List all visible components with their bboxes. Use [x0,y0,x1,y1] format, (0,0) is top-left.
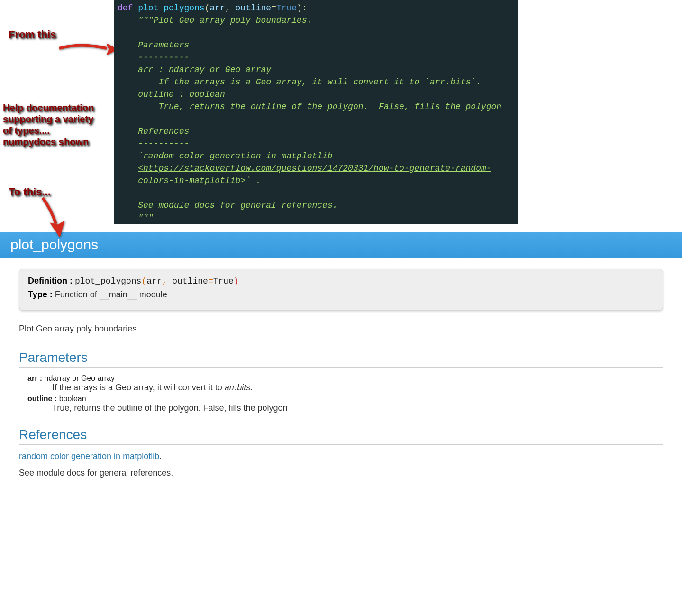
indent [118,127,138,136]
source-code-panel: From this Help documentation supporting … [0,0,682,232]
indent [118,90,138,99]
docstring-close: """ [138,213,153,222]
indent [118,102,138,111]
indent [118,53,138,62]
indent [118,164,138,173]
indent [118,201,138,210]
param-desc-arr-em: arr.bits [225,383,250,392]
doc-params-header: Parameters [138,40,189,50]
signature-params: arr, outline=True [146,276,234,286]
indent [118,151,138,161]
param-row-outline: outline : boolean [27,395,663,403]
doc-summary: Plot Geo array poly boundaries. [19,324,663,334]
doc-p2-desc: True, returns the outline of the polygon… [138,102,501,111]
param-type-arr: ndarray or Geo array [42,374,115,382]
reference-link[interactable]: random color generation in matplotlib. [19,451,663,461]
sig-close: ) [234,276,239,286]
equals: = [271,3,276,13]
param-desc-arr: If the arrays is a Geo array, it will co… [52,383,663,393]
param-name-outline: outline : [27,395,57,403]
indent [118,77,138,87]
indent [118,139,138,148]
section-parameters: Parameters [19,350,663,368]
indent [118,40,138,50]
comma: , [225,3,236,13]
doc-refs-url2: colors-in-matplotlib>`_. [138,176,261,185]
doc-title: plot_polygons [10,237,98,252]
sig-open: ( [141,276,146,286]
param-outline: outline [235,3,271,13]
doc-refs-header: References [138,127,189,136]
doc-p1-line: arr : ndarray or Geo array [138,65,271,74]
parameters-block: arr : ndarray or Geo array If the arrays… [27,374,663,413]
definition-label: Definition : [28,276,73,285]
bool-true: True [276,3,297,13]
param-desc-outline: True, returns the outline of the polygon… [52,403,663,413]
docstring-summary: Plot Geo array poly boundaries. [154,16,312,25]
param-desc-arr-post: . [250,383,253,392]
doc-dashes: ---------- [138,53,189,62]
doc-refs-url: <https://stackoverflow.com/questions/147… [138,164,491,173]
type-value: Function of __main__ module [53,290,167,299]
type-line: Type : Function of __main__ module [28,290,654,300]
definition-line: Definition : plot_polygons(arr, outline=… [28,276,654,286]
paren-open: ( [205,3,210,13]
doc-refs-title: `random color generation in matplotlib [138,151,332,161]
doc-see-also: See module docs for general references. [138,201,337,210]
doc-body: Definition : plot_polygons(arr, outline=… [0,258,682,497]
doc-p2-line: outline : boolean [138,90,225,99]
reference-link-text: random color generation in matplotlib [19,451,159,461]
doc-header: plot_polygons [0,232,682,258]
arrow-from-icon [57,40,118,59]
paren-close: ): [297,3,307,13]
param-name-arr: arr : [27,374,42,382]
indent [118,65,138,74]
keyword-def: def [118,3,133,13]
section-references: References [19,427,663,445]
param-desc-arr-pre: If the arrays is a Geo array, it will co… [52,383,225,392]
code-editor: def plot_polygons(arr, outline=True): ""… [114,0,518,224]
indent [118,213,138,222]
param-type-outline: boolean [57,395,86,403]
doc-dashes-2: ---------- [138,139,189,148]
reference-text: See module docs for general references. [19,468,663,478]
arrow-to-icon [37,195,70,238]
definition-box: Definition : plot_polygons(arr, outline=… [19,269,663,311]
doc-p1-desc: If the arrays is a Geo array, it will co… [138,77,481,87]
indent [118,16,138,25]
indent [118,176,138,185]
reference-link-dot: . [159,451,162,461]
param-row-arr: arr : ndarray or Geo array [27,374,663,383]
annotation-help-docs: Help documentation supporting a variety … [3,102,98,147]
signature-name: plot_polygons [75,276,141,286]
param-arr: arr [209,3,225,13]
annotation-from-this: From this [9,28,56,41]
docstring-open: """ [138,16,153,25]
svg-marker-1 [50,221,64,237]
type-label: Type : [28,290,53,299]
function-name: plot_polygons [138,3,204,13]
